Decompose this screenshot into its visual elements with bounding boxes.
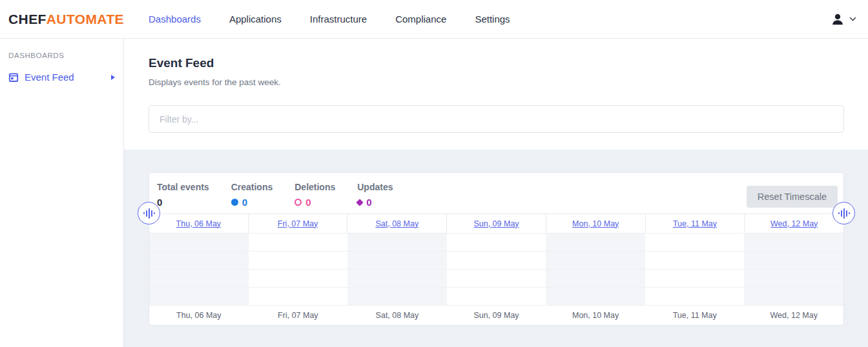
day-link-wed-12-may[interactable]: Wed, 12 May [770,219,818,228]
day-header-cell: Fri, 07 May [248,214,347,233]
chevron-down-icon [849,17,856,21]
stat-marker-circle-filled-icon [231,199,238,206]
day-footer-label: Fri, 07 May [249,311,348,320]
page-title: Event Feed [149,55,844,71]
day-link-sat-08-may[interactable]: Sat, 08 May [375,219,418,228]
timeline-cell [149,233,249,251]
timeline-cell [347,252,447,269]
timeline-cell [149,288,249,305]
reset-timescale-button[interactable]: Reset Timescale [747,186,838,208]
day-link-thu-06-may[interactable]: Thu, 06 May [176,219,221,228]
page-header: Event Feed Displays events for the past … [124,39,868,150]
content-area: Total events0Creations0Deletions0Updates… [124,150,868,347]
logo-automate-text: AUTOMATE [46,12,124,26]
timeline-cell [645,252,745,269]
stat-marker-diamond-icon [356,199,364,206]
nav-item-applications[interactable]: Applications [229,14,282,25]
app-window: CHEFAUTOMATE DashboardsApplicationsInfra… [0,0,868,347]
timeline-cell [645,233,745,251]
filter-input[interactable] [149,105,844,133]
day-header-cell: Mon, 10 May [546,214,645,233]
page-subtitle: Displays events for the past week. [149,77,844,88]
nav-item-infrastructure[interactable]: Infrastructure [310,14,367,25]
top-navigation-bar: CHEFAUTOMATE DashboardsApplicationsInfra… [0,0,868,39]
stat-label: Updates [357,182,393,192]
sidebar-item-label: Event Feed [25,72,74,83]
timeline-cell [249,233,348,251]
day-link-sun-09-may[interactable]: Sun, 09 May [473,219,519,228]
timeline-cell [447,270,546,287]
logo-chef-text: CHEF [8,12,46,26]
stat-updates: Updates0 [357,182,393,208]
sidebar-item-event-feed[interactable]: Event Feed [8,72,115,83]
day-footer-label: Wed, 12 May [744,311,843,320]
day-header-cell: Sun, 09 May [446,214,546,233]
sidebar-item-expand-arrow-icon[interactable] [111,75,115,80]
timeline-row [149,270,843,288]
timeline-cell [347,270,447,287]
day-header-cell: Wed, 12 May [744,214,843,233]
stat-creations: Creations0 [231,182,273,208]
timeline-row [149,233,843,252]
stat-value: 0 [305,197,311,208]
timescale-handle-left[interactable] [138,202,160,224]
stat-value: 0 [366,197,371,208]
timeline-cell [744,288,843,305]
timeline-cell [447,288,546,305]
timeline-cell [546,270,645,287]
chef-automate-logo[interactable]: CHEFAUTOMATE [8,12,124,27]
nav-item-settings[interactable]: Settings [475,14,510,25]
timeline-cell [347,233,447,251]
timeline-day-footer: Thu, 06 MayFri, 07 MaySat, 08 MaySun, 09… [149,306,843,325]
stat-value: 0 [242,197,247,208]
stats-row: Total events0Creations0Deletions0Updates… [157,182,393,208]
timeline-cell [249,270,348,287]
timeline-grid [149,233,843,306]
day-footer-label: Tue, 11 May [645,311,745,320]
day-header-cell: Sat, 08 May [347,214,446,233]
timeline-day-header: Thu, 06 MayFri, 07 MaySat, 08 MaySun, 09… [149,213,843,233]
timeline-cell [546,288,645,305]
timeline-cell [149,270,249,287]
event-feed-card: Total events0Creations0Deletions0Updates… [149,172,844,326]
timeline-row [149,252,843,270]
timeline-row [149,288,843,306]
sidebar: DASHBOARDS Event Feed [0,39,124,347]
timeline-cell [744,252,843,269]
timeline-cell [249,288,348,305]
stat-total-events: Total events0 [157,182,209,208]
timeline-cell [546,252,645,269]
day-footer-label: Sun, 09 May [447,311,546,320]
stat-marker-circle-outline-icon [294,199,302,206]
day-link-mon-10-may[interactable]: Mon, 10 May [572,219,619,228]
day-footer-label: Thu, 06 May [149,311,249,320]
stat-label: Total events [157,182,209,192]
timeline: Thu, 06 MayFri, 07 MaySat, 08 MaySun, 09… [149,213,843,325]
stat-label: Deletions [294,182,335,192]
stat-label: Creations [231,182,273,192]
timeline-cell [546,233,645,251]
day-footer-label: Mon, 10 May [546,311,645,320]
card-header: Total events0Creations0Deletions0Updates… [149,173,843,213]
timeline-cell [447,233,546,251]
timeline-cell [744,233,843,251]
calendar-icon [8,72,19,83]
day-link-tue-11-may[interactable]: Tue, 11 May [673,219,717,228]
day-header-cell: Tue, 11 May [645,214,745,233]
nav-item-compliance[interactable]: Compliance [395,14,446,25]
user-menu[interactable] [831,12,856,26]
day-header-cell: Thu, 06 May [149,214,248,233]
sidebar-heading: DASHBOARDS [8,52,115,59]
timeline-cell [447,252,546,269]
timeline-cell [645,288,745,305]
timeline-cell [347,288,447,305]
timeline-cell [645,270,745,287]
main-panel: Event Feed Displays events for the past … [124,39,868,347]
user-profile-icon[interactable] [831,12,845,26]
stat-deletions: Deletions0 [294,182,335,208]
timescale-handle-right[interactable] [832,202,855,224]
timeline-cell [249,252,348,269]
timeline-cell [744,270,843,287]
day-link-fri-07-may[interactable]: Fri, 07 May [278,219,318,228]
nav-item-dashboards[interactable]: Dashboards [149,14,201,25]
